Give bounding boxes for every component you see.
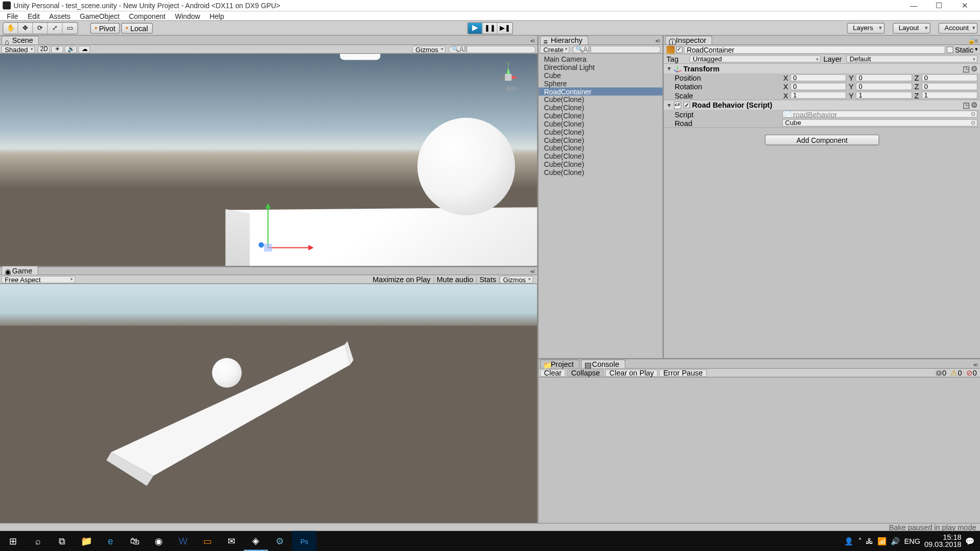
position-y[interactable]: 0 bbox=[856, 73, 912, 81]
taskbar-app1[interactable]: ⚙ bbox=[268, 531, 292, 551]
gameobject-icon[interactable] bbox=[667, 45, 675, 54]
console-body[interactable] bbox=[538, 378, 980, 523]
taskbar-word[interactable]: W bbox=[171, 531, 195, 551]
taskbar-edge[interactable]: e bbox=[99, 531, 122, 551]
tray-network-icon[interactable]: 🖧 bbox=[866, 537, 873, 545]
tab-inspector[interactable]: ⓘInspector bbox=[665, 36, 713, 44]
taskbar-photoshop[interactable]: Ps bbox=[292, 531, 316, 551]
scene-compass[interactable]: y Iso bbox=[492, 61, 525, 94]
scene-audio-toggle[interactable]: 🔊 bbox=[65, 45, 77, 53]
console-clear-button[interactable]: Clear bbox=[540, 369, 566, 377]
hand-tool[interactable]: ✋ bbox=[4, 22, 18, 33]
pause-button[interactable]: ❚❚ bbox=[483, 22, 498, 33]
hierarchy-item[interactable]: Cube(Clone) bbox=[538, 160, 663, 168]
hierarchy-panel-menu[interactable]: ▪≡ bbox=[655, 38, 660, 44]
window-close-button[interactable]: ✕ bbox=[952, 0, 977, 11]
console-errorpause-toggle[interactable]: Error Pause bbox=[659, 369, 707, 377]
menu-component[interactable]: Component bbox=[125, 12, 169, 20]
component-help-icon[interactable]: ◳ bbox=[963, 64, 969, 73]
hierarchy-item[interactable]: Cube(Clone) bbox=[538, 120, 663, 128]
scene-lighting-toggle[interactable]: ☀ bbox=[52, 45, 64, 53]
rect-tool[interactable]: ▭ bbox=[63, 22, 78, 33]
layer-dropdown[interactable]: Default bbox=[846, 55, 977, 63]
hierarchy-item[interactable]: Sphere bbox=[538, 80, 663, 88]
window-maximize-button[interactable]: ☐ bbox=[926, 0, 952, 11]
scene-2d-toggle[interactable]: 2D bbox=[38, 45, 51, 53]
scene-shading-dropdown[interactable]: Shaded bbox=[2, 45, 36, 53]
game-panel-menu[interactable]: ▪≡ bbox=[530, 268, 535, 274]
taskbar-explorer[interactable]: 📁 bbox=[74, 531, 98, 551]
game-maximize-toggle[interactable]: Maximize on Play bbox=[370, 276, 434, 283]
tab-project[interactable]: 📁Project bbox=[540, 359, 580, 368]
tab-hierarchy[interactable]: ≡Hierarchy bbox=[540, 36, 589, 44]
scale-tool[interactable]: ⤢ bbox=[48, 22, 63, 33]
rotate-tool[interactable]: ⟳ bbox=[33, 22, 48, 33]
hierarchy-item[interactable]: Cube(Clone) bbox=[538, 144, 663, 152]
local-toggle[interactable]: Local bbox=[121, 22, 153, 33]
hierarchy-create-dropdown[interactable]: Create bbox=[540, 45, 570, 53]
rotation-x[interactable]: 0 bbox=[791, 83, 847, 90]
rotation-y[interactable]: 0 bbox=[856, 83, 912, 90]
taskbar-store[interactable]: 🛍 bbox=[122, 531, 146, 551]
static-checkbox[interactable] bbox=[947, 46, 953, 53]
tray-people-icon[interactable]: 👤 bbox=[844, 537, 853, 545]
hierarchy-item[interactable]: Cube(Clone) bbox=[538, 112, 663, 120]
play-button[interactable]: ▶ bbox=[468, 22, 483, 33]
menu-edit[interactable]: Edit bbox=[23, 12, 44, 20]
account-dropdown[interactable]: Account bbox=[939, 22, 978, 33]
window-minimize-button[interactable]: — bbox=[901, 0, 926, 11]
hierarchy-item[interactable]: Main Camera bbox=[538, 55, 663, 63]
hierarchy-search[interactable]: 🔍 All bbox=[572, 45, 661, 53]
add-component-button[interactable]: Add Component bbox=[765, 135, 879, 145]
start-button[interactable]: ⊞ bbox=[2, 531, 26, 551]
menu-help[interactable]: Help bbox=[205, 12, 228, 20]
menu-window[interactable]: Window bbox=[171, 12, 204, 20]
game-aspect-dropdown[interactable]: Free Aspect bbox=[2, 276, 76, 283]
script-enabled-checkbox[interactable]: ✓ bbox=[683, 102, 690, 108]
hierarchy-item[interactable]: Cube(Clone) bbox=[538, 152, 663, 160]
tray-clock[interactable]: 15:1809.03.2018 bbox=[924, 534, 962, 548]
console-error-count[interactable]: ⊘0 bbox=[964, 368, 979, 377]
tab-scene[interactable]: ⌂Scene bbox=[2, 36, 39, 44]
taskbar-mail[interactable]: ✉ bbox=[219, 531, 243, 551]
gameobject-active-checkbox[interactable]: ✓ bbox=[676, 46, 682, 53]
hierarchy-item[interactable]: Cube(Clone) bbox=[538, 95, 663, 104]
tray-wifi-icon[interactable]: 📶 bbox=[877, 537, 887, 545]
scale-y[interactable]: 1 bbox=[856, 91, 912, 99]
hierarchy-item[interactable]: Cube(Clone) bbox=[538, 104, 663, 112]
tab-game[interactable]: ◉Game bbox=[2, 266, 39, 274]
hierarchy-item[interactable]: Cube(Clone) bbox=[538, 128, 663, 136]
tray-notifications-icon[interactable]: 💬 bbox=[965, 537, 974, 545]
scene-viewport[interactable]: y Iso bbox=[0, 54, 537, 266]
tray-volume-icon[interactable]: 🔊 bbox=[891, 537, 900, 545]
scale-x[interactable]: 1 bbox=[791, 91, 847, 99]
hierarchy-item[interactable]: Directional Light bbox=[538, 63, 663, 71]
transform-header[interactable]: ▼ Transform ◳⚙ bbox=[664, 64, 980, 73]
component-settings-icon[interactable]: ⚙ bbox=[971, 101, 977, 109]
script-field[interactable]: 📄roadBehavior bbox=[782, 110, 978, 118]
game-stats-toggle[interactable]: Stats bbox=[477, 276, 500, 283]
layers-dropdown[interactable]: Layers bbox=[847, 22, 885, 33]
menu-assets[interactable]: Assets bbox=[45, 12, 74, 20]
tag-dropdown[interactable]: Untagged bbox=[690, 55, 821, 63]
position-z[interactable]: 0 bbox=[921, 73, 977, 81]
hierarchy-item[interactable]: RoadContainer bbox=[538, 87, 663, 95]
static-dropdown-icon[interactable]: ▾ bbox=[975, 46, 977, 53]
move-tool[interactable]: ✥ bbox=[18, 22, 33, 33]
hierarchy-list[interactable]: Main CameraDirectional LightCubeSphereRo… bbox=[538, 54, 663, 358]
inspector-panel-menu[interactable]: 🔒≡ bbox=[968, 38, 977, 44]
position-x[interactable]: 0 bbox=[791, 73, 847, 81]
rotation-z[interactable]: 0 bbox=[921, 83, 977, 90]
gameobject-name-field[interactable]: RoadContainer bbox=[684, 45, 945, 54]
pivot-toggle[interactable]: Pivot bbox=[90, 22, 120, 33]
taskbar-taskview[interactable]: ⧉ bbox=[50, 531, 74, 551]
taskbar-sublime[interactable]: ▭ bbox=[195, 531, 219, 551]
road-field[interactable]: Cube bbox=[782, 119, 978, 127]
taskbar-unity[interactable]: ◈ bbox=[243, 531, 267, 551]
component-help-icon[interactable]: ◳ bbox=[963, 101, 969, 109]
console-clearplay-toggle[interactable]: Clear on Play bbox=[605, 369, 658, 377]
game-gizmos-dropdown[interactable]: Gizmos bbox=[500, 276, 533, 283]
scale-z[interactable]: 1 bbox=[921, 91, 977, 99]
console-warn-count[interactable]: ⚠0 bbox=[948, 368, 964, 377]
tray-chevron-up-icon[interactable]: ˄ bbox=[858, 537, 862, 545]
